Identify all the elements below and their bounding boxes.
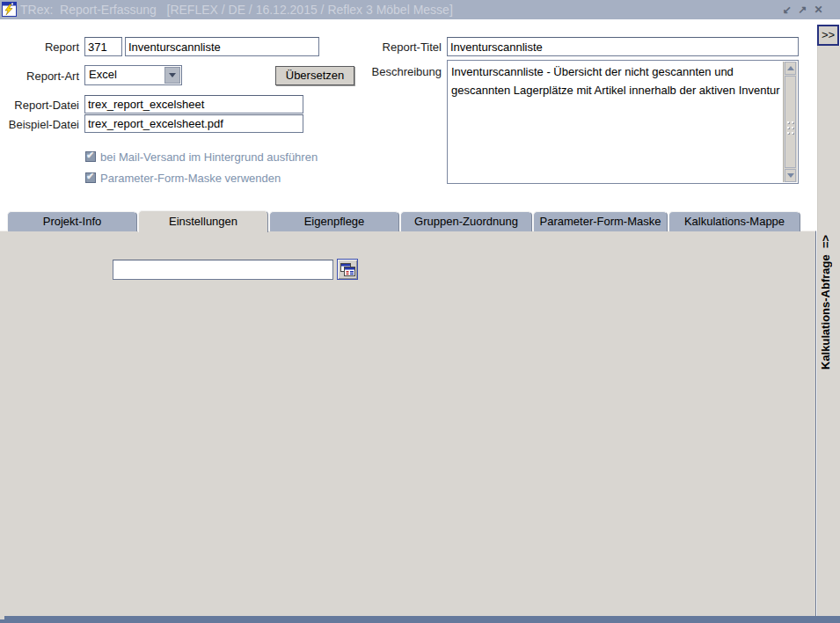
uebersetzen-button[interactable]: Übersetzen — [275, 66, 354, 85]
report-name-input[interactable] — [125, 37, 319, 56]
tab-content-panel — [0, 231, 816, 616]
scrollbar-thumb[interactable] — [785, 76, 796, 168]
bottom-notch — [0, 614, 4, 619]
tab-parameter-form-maske[interactable]: Parameter-Form-Maske — [533, 211, 668, 231]
report-number-input[interactable] — [84, 37, 122, 56]
lov-button[interactable] — [337, 259, 358, 280]
thumb-grip-icon — [787, 121, 789, 123]
dropdown-arrow-button[interactable] — [164, 67, 180, 84]
beschreibung-text: Inventurscannliste - Übersicht der nicht… — [448, 61, 782, 183]
report-datei-label: Report-Datei — [4, 99, 79, 112]
tab-einstellungen[interactable]: Einstellungen — [138, 210, 268, 232]
title-bar: TRex: Report-Erfassung [REFLEX / DE / 16… — [0, 0, 840, 19]
beschreibung-label: Beschreibung — [352, 65, 442, 78]
beschreibung-scrollbar[interactable] — [783, 62, 797, 182]
job-ausfuehrung-input[interactable] — [113, 260, 333, 280]
tab-kalkulations-mappe[interactable]: Kalkulations-Mappe — [668, 211, 800, 231]
triangle-down-icon — [787, 173, 794, 178]
report-titel-label: Report-Titel — [352, 40, 442, 54]
report-titel-input[interactable] — [447, 37, 799, 56]
tab-projekt-info[interactable]: Projekt-Info — [7, 211, 137, 231]
beschreibung-textarea[interactable]: Inventurscannliste - Übersicht der nicht… — [447, 60, 799, 184]
tab-gruppen-zuordnung[interactable]: Gruppen-Zuordnung — [400, 211, 532, 231]
mail-checkbox[interactable]: ✔ — [85, 151, 96, 162]
mail-checkbox-label: bei Mail-Versand im Hintergrund ausführe… — [100, 150, 318, 164]
beispiel-datei-label: Beispiel-Datei — [4, 118, 79, 131]
scroll-down-button[interactable] — [785, 169, 796, 182]
report-art-value: Excel — [89, 68, 117, 81]
maximize-icon[interactable]: ↗ — [797, 4, 808, 16]
check-icon: ✔ — [86, 171, 94, 182]
param-checkbox-label: Parameter-Form-Maske verwenden — [100, 172, 281, 185]
minimize-icon[interactable]: ↙ — [781, 4, 793, 16]
application-window: TRex: Report-Erfassung [REFLEX / DE / 16… — [0, 0, 840, 623]
window-controls: ↙ ↗ ✕ — [781, 0, 824, 19]
window-title: TRex: Report-Erfassung [REFLEX / DE / 16… — [20, 0, 453, 19]
expand-button[interactable]: >> — [817, 25, 839, 46]
check-icon: ✔ — [86, 150, 94, 161]
report-art-select[interactable]: Excel — [84, 65, 182, 85]
bottom-scrollbar[interactable] — [0, 616, 840, 623]
triangle-up-icon — [787, 66, 794, 70]
param-checkbox[interactable]: ✔ — [85, 172, 96, 183]
app-icon — [2, 2, 17, 17]
beispiel-datei-input[interactable] — [84, 114, 303, 133]
report-datei-input[interactable] — [84, 95, 303, 114]
close-icon[interactable]: ✕ — [813, 4, 824, 16]
list-of-values-icon — [340, 263, 355, 276]
report-label: Report — [9, 40, 79, 54]
kalkulations-abfrage-vertical-label: Kalkulations-Abfrage => — [819, 201, 840, 403]
tab-eigenpflege[interactable]: Eigenpflege — [269, 211, 399, 231]
chevron-down-icon — [169, 73, 176, 77]
scroll-up-button[interactable] — [785, 62, 796, 75]
report-art-label: Report-Art — [9, 70, 79, 83]
